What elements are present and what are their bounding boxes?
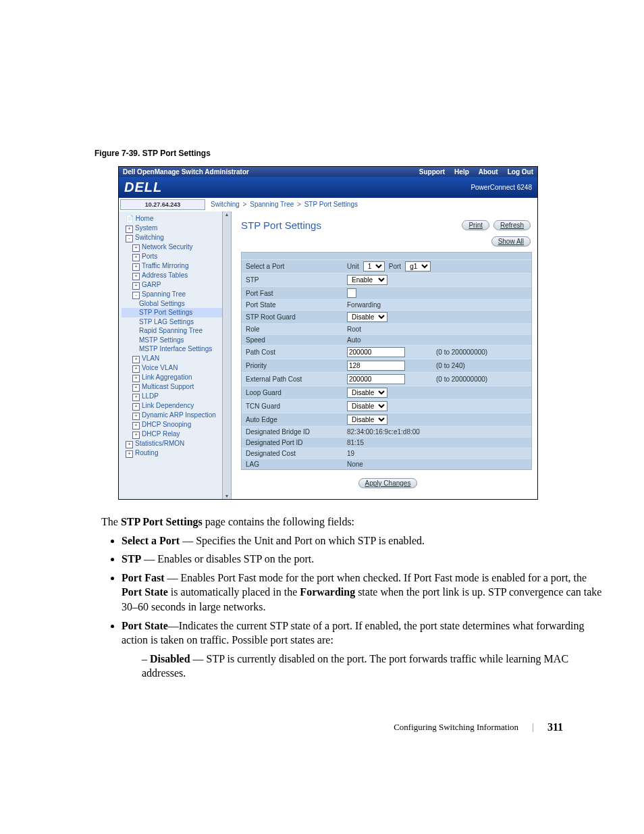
- tree-item[interactable]: -Spanning Tree: [122, 290, 230, 299]
- tree-item[interactable]: +Routing: [122, 448, 230, 458]
- tree-item[interactable]: +LLDP: [122, 392, 230, 401]
- tree-item-label: STP LAG Settings: [139, 318, 194, 325]
- autoedge-select[interactable]: Disable: [347, 415, 387, 425]
- descost-label: Designated Cost: [246, 450, 347, 457]
- expand-icon[interactable]: +: [132, 356, 140, 363]
- descost-value: 19: [347, 450, 354, 457]
- expand-icon[interactable]: +: [132, 403, 140, 411]
- expand-icon[interactable]: +: [132, 254, 140, 261]
- support-link[interactable]: Support: [419, 168, 445, 176]
- tree-item[interactable]: MSTP Interface Settings: [122, 344, 230, 354]
- extpathcost-label: External Path Cost: [246, 375, 347, 383]
- tree-item[interactable]: +Network Security: [122, 242, 230, 252]
- expand-icon[interactable]: +: [132, 282, 140, 290]
- page-number: 311: [547, 721, 563, 733]
- tcnguard-select[interactable]: Disable: [347, 401, 387, 411]
- tree-item[interactable]: 📄 Home: [122, 214, 230, 224]
- tree-item[interactable]: STP Port Settings: [122, 308, 230, 317]
- breadcrumb-item[interactable]: Spanning Tree: [250, 201, 294, 208]
- expand-icon[interactable]: +: [132, 273, 140, 280]
- tree-item[interactable]: +System: [122, 224, 230, 233]
- expand-icon[interactable]: +: [132, 394, 140, 401]
- priority-input[interactable]: [347, 361, 405, 371]
- collapse-icon[interactable]: -: [132, 292, 140, 299]
- window-titlebar: Dell OpenManage Switch Administrator Sup…: [119, 167, 537, 177]
- print-button[interactable]: Print: [462, 220, 489, 230]
- tree-item[interactable]: +Multicast Support: [122, 382, 230, 392]
- footer-section: Configuring Switching Information: [394, 722, 518, 733]
- list-item: Port Fast — Enables Port Fast mode for t…: [122, 571, 603, 615]
- tree-item-label: Address Tables: [142, 271, 188, 279]
- help-link[interactable]: Help: [454, 168, 469, 176]
- tree-item-label: MSTP Settings: [139, 336, 184, 344]
- breadcrumb-item[interactable]: Switching: [211, 201, 240, 208]
- role-value: Root: [347, 325, 361, 333]
- expand-icon[interactable]: +: [126, 441, 133, 448]
- tree-item[interactable]: +Link Aggregation: [122, 373, 230, 382]
- show-all-button[interactable]: Show All: [491, 236, 531, 246]
- tree-item[interactable]: +DHCP Relay: [122, 429, 230, 439]
- expand-icon[interactable]: +: [132, 422, 140, 429]
- expand-icon[interactable]: +: [132, 263, 140, 271]
- tree-item[interactable]: +Traffic Mirroring: [122, 261, 230, 271]
- collapse-icon[interactable]: -: [126, 235, 133, 242]
- tree-item[interactable]: MSTP Settings: [122, 336, 230, 345]
- speed-label: Speed: [246, 336, 347, 344]
- expand-icon[interactable]: +: [132, 244, 140, 252]
- scrollbar[interactable]: ▴ ▾: [222, 211, 231, 499]
- tree-item[interactable]: +Address Tables: [122, 271, 230, 280]
- unit-select[interactable]: 1: [363, 261, 385, 271]
- tcnguard-label: TCN Guard: [246, 402, 347, 410]
- loopguard-select[interactable]: Disable: [347, 388, 387, 398]
- tree-item-label: Spanning Tree: [142, 290, 186, 298]
- tree-item-label: Voice VLAN: [142, 364, 178, 371]
- tree-item[interactable]: +Statistics/RMON: [122, 439, 230, 448]
- expand-icon[interactable]: +: [126, 450, 133, 458]
- list-item: Select a Port — Specifies the Unit and P…: [122, 533, 603, 548]
- expand-icon[interactable]: +: [132, 413, 140, 420]
- priority-hint: (0 to 240): [436, 362, 465, 369]
- desbridge-label: Designated Bridge ID: [246, 428, 347, 436]
- rootguard-select[interactable]: Disable: [347, 312, 387, 322]
- expand-icon[interactable]: +: [132, 375, 140, 382]
- expand-icon[interactable]: +: [132, 365, 140, 373]
- expand-icon[interactable]: +: [132, 384, 140, 392]
- stp-select[interactable]: Enable: [347, 275, 387, 285]
- logout-link[interactable]: Log Out: [508, 168, 533, 176]
- tree-item[interactable]: +VLAN: [122, 354, 230, 363]
- pathcost-input[interactable]: [347, 347, 405, 357]
- expand-icon[interactable]: +: [126, 226, 133, 233]
- list-item: STP — Enables or disables STP on the por…: [122, 552, 603, 567]
- tree-item[interactable]: +Voice VLAN: [122, 363, 230, 373]
- scroll-up-icon[interactable]: ▴: [225, 211, 228, 217]
- tree-item[interactable]: -Switching: [122, 233, 230, 242]
- tree-item-label: Routing: [135, 449, 158, 457]
- refresh-button[interactable]: Refresh: [493, 220, 531, 230]
- tree-item[interactable]: +Dynamic ARP Inspection: [122, 411, 230, 420]
- tree-item-label: Global Settings: [139, 300, 185, 307]
- autoedge-label: Auto Edge: [246, 416, 347, 423]
- about-link[interactable]: About: [479, 168, 498, 176]
- portfast-label: Port Fast: [246, 290, 347, 297]
- tree-item[interactable]: +Ports: [122, 252, 230, 261]
- tree-item-label: Network Security: [142, 243, 193, 251]
- tree-item-label: Ports: [142, 253, 157, 260]
- tree-item[interactable]: Rapid Spanning Tree: [122, 326, 230, 336]
- port-select[interactable]: g1: [405, 261, 431, 271]
- tree-item[interactable]: +GARP: [122, 280, 230, 290]
- scroll-down-icon[interactable]: ▾: [225, 493, 228, 499]
- expand-icon[interactable]: +: [132, 432, 140, 439]
- portfast-checkbox[interactable]: [347, 288, 356, 298]
- device-name: PowerConnect 6248: [471, 184, 532, 191]
- apply-changes-button[interactable]: Apply Changes: [358, 478, 418, 488]
- rootguard-label: STP Root Guard: [246, 313, 347, 321]
- breadcrumb-item: STP Port Settings: [304, 201, 358, 208]
- running-footer: Configuring Switching Information | 311: [41, 721, 603, 733]
- tree-item[interactable]: +DHCP Snooping: [122, 420, 230, 429]
- tree-item[interactable]: STP LAG Settings: [122, 317, 230, 327]
- lag-value: None: [347, 461, 363, 468]
- extpathcost-input[interactable]: [347, 374, 405, 384]
- tree-item[interactable]: +Link Dependency: [122, 401, 230, 411]
- tree-item[interactable]: Global Settings: [122, 299, 230, 309]
- nav-tree[interactable]: 📄 Home+System-Switching+Network Security…: [119, 211, 232, 499]
